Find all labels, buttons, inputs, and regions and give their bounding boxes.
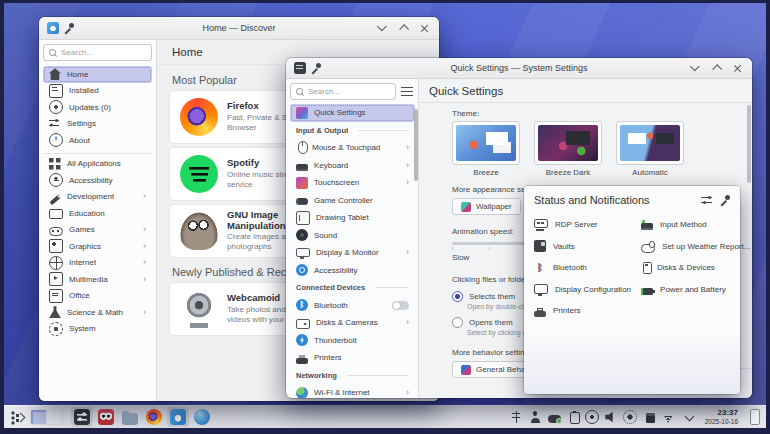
settings-item-mouse-touchpad[interactable]: Mouse & Touchpad › (290, 139, 415, 157)
minimize-button[interactable] (688, 61, 702, 75)
settings-titlebar[interactable]: Quick Settings — System Settings (286, 58, 752, 79)
close-button[interactable] (730, 61, 744, 75)
hamburger-menu-icon[interactable] (401, 87, 413, 96)
desktop-1[interactable] (31, 410, 46, 424)
configure-icon[interactable] (701, 195, 713, 205)
settings-item-display-monitor[interactable]: Display & Monitor › (290, 244, 415, 262)
tray-icon-night-color[interactable] (623, 410, 638, 425)
pin-icon[interactable] (65, 23, 74, 33)
status-item-vaults[interactable]: Vaults (530, 236, 635, 258)
theme-preview[interactable] (452, 121, 520, 165)
settings-item-quick-settings[interactable]: Quick Settings › (290, 104, 415, 122)
radio-selects-them[interactable] (452, 291, 463, 302)
status-item-input-method[interactable]: Input Method (637, 214, 754, 236)
task-button-red-app[interactable] (95, 407, 117, 427)
settings-item-sound[interactable]: Sound › (290, 227, 415, 245)
sidebar-item-office[interactable]: Office › (43, 288, 152, 305)
sidebar-item-installed[interactable]: Installed › (43, 83, 152, 100)
content-scrollbar[interactable] (747, 105, 751, 183)
tray-icon-cloud-sync[interactable] (547, 410, 562, 425)
tray-icon-recording[interactable] (585, 410, 600, 425)
status-item-printers[interactable]: Printers (530, 300, 635, 322)
settings-item-bluetooth[interactable]: Bluetooth › (290, 297, 415, 315)
clock[interactable]: 23:37 2025-10-16 (705, 409, 738, 425)
wallpaper-button[interactable]: Wallpaper (452, 198, 521, 215)
thunder-icon (296, 334, 308, 346)
chevron-right-icon: › (406, 143, 409, 152)
task-button-discover[interactable] (167, 407, 189, 427)
sidebar-item-games[interactable]: Games › (43, 222, 152, 239)
settings-search[interactable] (290, 83, 396, 100)
virtual-desktop-pager[interactable] (30, 409, 63, 425)
status-item-bluetooth[interactable]: Bluetooth (530, 257, 635, 279)
settings-item-thunderbolt[interactable]: Thunderbolt › (290, 332, 415, 350)
settings-item-touchscreen[interactable]: Touchscreen › (290, 174, 415, 192)
pin-icon[interactable] (312, 63, 321, 73)
tray-icon-status-tree[interactable] (509, 410, 524, 425)
show-desktop-button[interactable] (750, 409, 760, 425)
tray-icon-clipboard[interactable] (566, 410, 581, 425)
settings-item-printers[interactable]: Printers › (290, 349, 415, 367)
status-item-power-and-battery[interactable]: Power and Battery (637, 279, 754, 301)
settings-item-input-output[interactable]: Input & Output › (290, 122, 415, 140)
status-item-rdp-server[interactable]: RDP Server (530, 214, 635, 236)
status-item-set-up-weather-report[interactable]: Set up Weather Report... (637, 236, 754, 258)
wallpaper: Home — Discover (4, 3, 766, 428)
sidebar-item-updates-0[interactable]: Updates (0) › (43, 99, 152, 116)
settings-item-wi-fi-internet[interactable]: Wi-Fi & Internet › (290, 384, 415, 398)
tray-icon-volume[interactable] (604, 410, 619, 425)
radio-opens-them[interactable] (452, 317, 463, 328)
settings-item-connected-devices[interactable]: Connected Devices › (290, 279, 415, 297)
search-input[interactable] (308, 87, 390, 96)
task-button-firefox[interactable] (143, 407, 165, 427)
sidebar-item-settings[interactable]: Settings › (43, 116, 152, 133)
tray-icon-wifi[interactable] (661, 410, 676, 425)
sidebar-item-system[interactable]: System › (43, 321, 152, 338)
task-button-help-center[interactable] (191, 407, 213, 427)
settings-item-drawing-tablet[interactable]: Drawing Tablet › (290, 209, 415, 227)
internet-icon (49, 256, 63, 270)
sidebar-item-accessibility[interactable]: Accessibility › (43, 172, 152, 189)
pin-icon[interactable] (721, 195, 730, 205)
task-button-system-settings[interactable] (71, 407, 93, 427)
discover-search[interactable] (43, 44, 152, 61)
tray-icon-user[interactable] (528, 410, 543, 425)
sidebar-item-multimedia[interactable]: Multimedia › (43, 271, 152, 288)
sidebar-item-graphics[interactable]: Graphics › (43, 238, 152, 255)
settings-item-networking[interactable]: Networking › (290, 367, 415, 385)
chevron-right-icon: › (143, 225, 146, 234)
sidebar-item-science-math[interactable]: Science & Math › (43, 304, 152, 321)
tray-icon-device-indicator[interactable] (642, 410, 657, 425)
settings-item-keyboard[interactable]: Keyboard › (290, 157, 415, 175)
desktop-2[interactable] (47, 410, 62, 424)
settings-item-accessibility[interactable]: Accessibility › (290, 262, 415, 280)
settings-item-disks-cameras[interactable]: Disks & Cameras › (290, 314, 415, 332)
discover-titlebar[interactable]: Home — Discover (39, 17, 439, 40)
theme-preview[interactable] (534, 121, 602, 165)
tray-icon-expand-tray[interactable] (680, 410, 695, 425)
application-launcher-icon[interactable] (10, 409, 26, 425)
close-button[interactable] (417, 21, 431, 35)
sidebar-item-home[interactable]: Home › (43, 66, 152, 83)
theme-preview[interactable] (616, 121, 684, 165)
app-settings-icon (74, 409, 90, 425)
sidebar-item-development[interactable]: Development › (43, 189, 152, 206)
maximize-button[interactable] (396, 21, 410, 35)
sidebar-item-internet[interactable]: Internet › (43, 255, 152, 272)
search-input[interactable] (61, 48, 146, 57)
display-icon (296, 248, 310, 257)
bluetooth-toggle[interactable] (392, 301, 409, 310)
sidebar-item-all-applications[interactable]: All Applications › (43, 153, 152, 173)
sidebar-scrollbar[interactable] (414, 109, 418, 181)
maximize-button[interactable] (709, 61, 723, 75)
status-item-disks-devices[interactable]: Disks & Devices (637, 257, 754, 279)
minimize-button[interactable] (375, 21, 389, 35)
app-firefox-icon (146, 409, 162, 425)
sidebar-item-about[interactable]: About › (43, 132, 152, 149)
settings-item-game-controller[interactable]: Game Controller › (290, 192, 415, 210)
sidebar-item-education[interactable]: Education › (43, 205, 152, 222)
status-item-display-configuration[interactable]: Display Configuration (530, 279, 635, 301)
clock-time: 23:37 (705, 409, 738, 418)
about-icon (49, 133, 63, 147)
task-button-file-manager[interactable] (119, 407, 141, 427)
